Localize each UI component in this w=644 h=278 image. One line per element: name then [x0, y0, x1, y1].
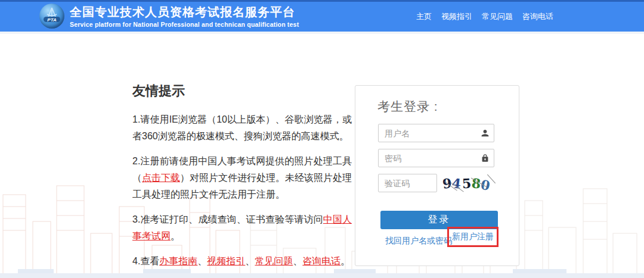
- password-input[interactable]: [378, 149, 494, 167]
- captcha-input[interactable]: [378, 174, 437, 192]
- captcha-digit: 0: [479, 176, 491, 193]
- register-link[interactable]: 新用户注册: [452, 232, 494, 242]
- captcha-image[interactable]: 94580: [442, 173, 499, 193]
- page-root: PTA 全国专业技术人员资格考试报名服务平台 Service platform …: [0, 0, 644, 278]
- tips-heading: 友情提示: [132, 82, 352, 100]
- cpta-site-link[interactable]: 中国人事考试网: [132, 214, 352, 241]
- tips-list: 1.请使用IE浏览器（10以上版本）、谷歌浏览器，或者360浏览器的极速模式、搜…: [132, 111, 352, 270]
- register-annotation-box: 新用户注册: [447, 227, 499, 247]
- user-icon: [481, 129, 490, 138]
- nav-link[interactable]: 咨询电话: [522, 11, 553, 22]
- username-input[interactable]: [378, 124, 494, 142]
- password-field: [378, 149, 494, 167]
- nav-link[interactable]: 主页: [416, 11, 432, 22]
- video-guide-link[interactable]: 视频指引: [207, 256, 245, 266]
- nav-link[interactable]: 常见问题: [482, 11, 513, 22]
- titles: 全国专业技术人员资格考试报名服务平台 Service platform for …: [70, 5, 299, 28]
- tip-item: 3.准考证打印、成绩查询、证书查验等请访问中国人事考试网。: [132, 211, 352, 245]
- download-photo-tool-link[interactable]: 点击下载: [142, 173, 180, 183]
- guide-link[interactable]: 办事指南: [159, 256, 197, 266]
- site-title: 全国专业技术人员资格考试报名服务平台: [70, 5, 299, 19]
- header: PTA 全国专业技术人员资格考试报名服务平台 Service platform …: [0, 0, 644, 32]
- username-field: [378, 124, 494, 142]
- nav-link[interactable]: 视频指引: [441, 11, 472, 22]
- tip-item: 2.注册前请使用中国人事考试网提供的照片处理工具（点击下载）对照片文件进行处理。…: [132, 153, 352, 203]
- tip-item: 4.查看办事指南、视频指引、常见问题、咨询电话。: [132, 253, 352, 270]
- brand: PTA 全国专业技术人员资格考试报名服务平台 Service platform …: [39, 4, 299, 29]
- pta-logo-icon[interactable]: PTA: [39, 4, 64, 29]
- captcha-digit: 5: [462, 175, 472, 191]
- site-subtitle: Service platform for National Profession…: [70, 21, 299, 28]
- header-nav: 主页视频指引常见问题咨询电话: [416, 2, 553, 32]
- faq-link[interactable]: 常见问题: [255, 256, 293, 266]
- tip-item: 1.请使用IE浏览器（10以上版本）、谷歌浏览器，或者360浏览器的极速模式、搜…: [132, 111, 352, 145]
- tips-section: 友情提示 1.请使用IE浏览器（10以上版本）、谷歌浏览器，或者360浏览器的极…: [132, 82, 352, 278]
- header-underline: [0, 32, 644, 34]
- login-heading: 考生登录 :: [377, 98, 438, 115]
- login-panel: 考生登录 : 94580 登录 找回用户名或密码 新用户注册: [355, 85, 519, 266]
- svg-text:PTA: PTA: [47, 17, 57, 23]
- phone-link[interactable]: 咨询电话: [302, 256, 340, 266]
- lock-icon: [481, 154, 490, 163]
- captcha-field: [378, 174, 437, 192]
- forgot-credentials-link[interactable]: 找回用户名或密码: [385, 236, 452, 246]
